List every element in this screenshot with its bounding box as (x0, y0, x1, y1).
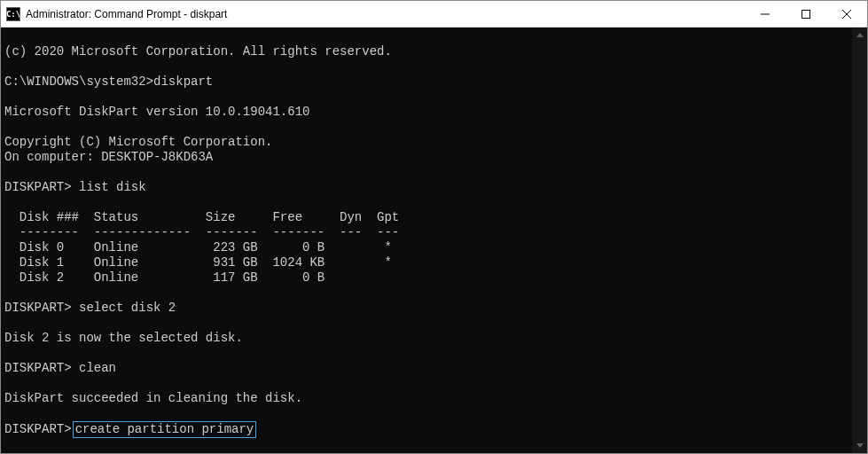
minimize-button[interactable] (745, 1, 786, 27)
window-controls (745, 1, 867, 27)
scrollbar[interactable] (852, 27, 867, 453)
prompt-label: DISKPART> (4, 422, 72, 437)
scroll-down-icon[interactable] (852, 438, 867, 453)
output-line: Disk 2 is now the selected disk. (4, 331, 243, 345)
command-line: DISKPART> select disk 2 (4, 301, 176, 315)
titlebar[interactable]: C:\ Administrator: Command Prompt - disk… (1, 1, 867, 27)
output-line: Microsoft DiskPart version 10.0.19041.61… (4, 105, 309, 119)
window-title: Administrator: Command Prompt - diskpart (26, 8, 745, 20)
svg-line-3 (842, 10, 851, 19)
scroll-track[interactable] (852, 43, 867, 438)
maximize-button[interactable] (786, 1, 826, 27)
table-row: Disk 1 Online 931 GB 1024 KB * (4, 255, 392, 270)
command-line: DISKPART>create partition primary (4, 421, 848, 438)
highlighted-command: create partition primary (73, 421, 257, 438)
table-separator: -------- ------------- ------- ------- -… (4, 225, 399, 239)
terminal-area: (c) 2020 Microsoft Corporation. All righ… (1, 27, 867, 453)
svg-marker-4 (856, 33, 864, 37)
output-line: (c) 2020 Microsoft Corporation. All righ… (4, 44, 392, 59)
command-line: DISKPART> clean (4, 361, 116, 375)
output-line: Copyright (C) Microsoft Corporation. (4, 135, 272, 149)
svg-marker-5 (856, 443, 864, 448)
command-line: C:\WINDOWS\system32>diskpart (4, 74, 213, 89)
svg-line-2 (842, 10, 851, 19)
command-line: DISKPART> list disk (4, 180, 146, 194)
table-row: Disk 2 Online 117 GB 0 B (4, 270, 325, 285)
terminal[interactable]: (c) 2020 Microsoft Corporation. All righ… (1, 27, 852, 453)
output-line: On computer: DESKTOP-J8KD63A (4, 150, 213, 164)
output-line: DiskPart succeeded in cleaning the disk. (4, 391, 302, 405)
table-row: Disk 0 Online 223 GB 0 B * (4, 240, 392, 254)
cmd-icon: C:\ (6, 7, 20, 21)
svg-rect-1 (802, 10, 810, 18)
table-header: Disk ### Status Size Free Dyn Gpt (4, 210, 399, 224)
scroll-up-icon[interactable] (852, 27, 867, 43)
close-button[interactable] (826, 1, 867, 27)
